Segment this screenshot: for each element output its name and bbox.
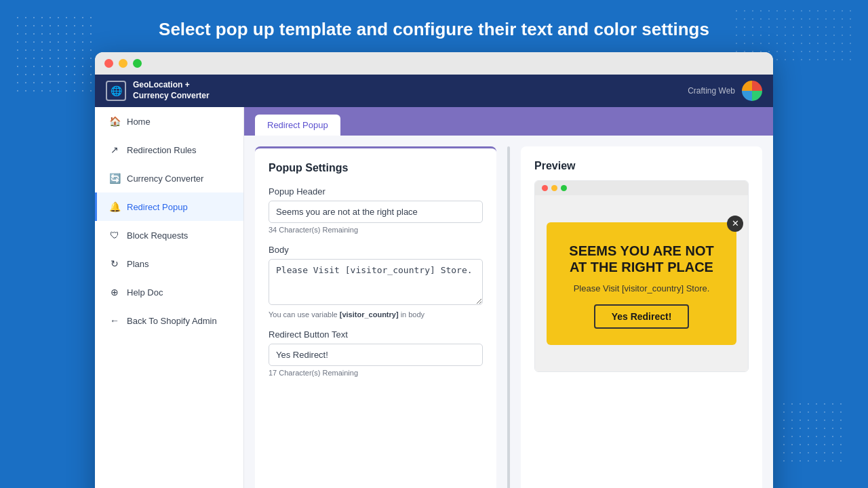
sidebar-label-redirection: Redirection Rules [127,145,197,155]
app-header: 🌐 GeoLocation + Currency Converter Craft… [95,75,773,107]
mini-dot-close [542,185,548,191]
sidebar-item-redirection-rules[interactable]: ↗ Redirection Rules [95,136,243,164]
popup-body-field: Body You can use variable [visitor_count… [269,245,483,319]
bell-icon: 🔔 [109,201,120,212]
sidebar-item-block-requests[interactable]: 🛡 Block Requests [95,221,243,249]
popup-heading: SEEMS YOU ARE NOT AT THE RIGHT PLACE [563,243,720,275]
sidebar: 🏠 Home ↗ Redirection Rules 🔄 Currency Co… [95,107,244,488]
mini-browser-chrome [535,181,748,195]
shield-icon: 🛡 [109,230,120,241]
main-content: 🏠 Home ↗ Redirection Rules 🔄 Currency Co… [95,107,773,488]
browser-chrome [95,52,773,75]
plans-icon: ↻ [109,258,120,269]
mini-browser: ✕ SEEMS YOU ARE NOT AT THE RIGHT PLACE P… [534,180,749,372]
app-logo-icon: 🌐 [106,81,126,101]
sidebar-item-redirect-popup[interactable]: 🔔 Redirect Popup [95,192,243,221]
redirect-button-input[interactable] [269,344,483,366]
sidebar-label-popup: Redirect Popup [127,202,188,212]
popup-card: ✕ SEEMS YOU ARE NOT AT THE RIGHT PLACE P… [547,222,736,345]
sidebar-label-plans: Plans [127,259,149,269]
panels-container: Popup Settings Popup Header 34 Character… [244,136,773,488]
sidebar-item-plans[interactable]: ↻ Plans [95,249,243,278]
mini-dot-maximize [561,185,567,191]
currency-icon: 🔄 [109,173,120,184]
popup-body-label: Body [269,245,483,255]
redirect-button-label: Redirect Button Text [269,329,483,340]
browser-window: 🌐 GeoLocation + Currency Converter Craft… [95,52,773,488]
header-link[interactable]: Crafting Web [688,86,735,96]
popup-header-hint: 34 Character(s) Remaining [269,226,483,234]
preview-panel-title: Preview [534,160,749,172]
sidebar-item-home[interactable]: 🏠 Home [95,107,243,136]
header-avatar [742,81,762,101]
popup-area: ✕ SEEMS YOU ARE NOT AT THE RIGHT PLACE P… [535,195,748,371]
sidebar-label-back: Back To Shopify Admin [127,316,217,326]
page-area: Redirect Popup Popup Settings Popup Head… [244,107,773,488]
app-header-right: Crafting Web [688,81,762,101]
home-icon: 🏠 [109,116,120,127]
app-logo: 🌐 GeoLocation + Currency Converter [106,80,210,101]
popup-body-preview: Please Visit [visitor_country] Store. [563,283,720,293]
tab-redirect-popup[interactable]: Redirect Popup [255,115,340,136]
popup-header-field: Popup Header 34 Character(s) Remaining [269,186,483,234]
popup-header-input[interactable] [269,201,483,223]
redirect-button-field: Redirect Button Text 17 Character(s) Rem… [269,329,483,377]
popup-header-label: Popup Header [269,186,483,197]
sidebar-item-currency-converter[interactable]: 🔄 Currency Converter [95,164,243,192]
tab-bar: Redirect Popup [244,107,773,136]
sidebar-item-back-shopify[interactable]: ← Back To Shopify Admin [95,306,243,335]
settings-panel: Popup Settings Popup Header 34 Character… [255,146,496,488]
preview-panel: Preview ✕ SEEMS YOU ARE NOT [521,146,762,488]
back-icon: ← [109,315,120,326]
sidebar-label-block: Block Requests [127,230,188,241]
sidebar-label-home: Home [127,117,151,127]
browser-dot-minimize[interactable] [119,59,127,68]
redirect-icon: ↗ [109,144,120,155]
app-logo-text: GeoLocation + Currency Converter [133,80,210,101]
popup-redirect-button[interactable]: Yes Redirect! [594,304,690,329]
browser-dot-close[interactable] [104,59,113,68]
sidebar-label-currency: Currency Converter [127,174,203,184]
sidebar-label-help: Help Doc [127,287,163,298]
sidebar-item-help-doc[interactable]: ⊕ Help Doc [95,278,243,306]
page-heading: Select pop up template and configure the… [0,0,868,52]
mini-dot-minimize [551,185,557,191]
browser-dot-maximize[interactable] [133,59,142,68]
help-icon: ⊕ [109,287,120,298]
popup-close-button[interactable]: ✕ [727,216,743,232]
panel-divider [507,146,510,488]
settings-panel-title: Popup Settings [269,162,483,174]
popup-body-hint: You can use variable [visitor_country] i… [269,310,483,319]
popup-body-input[interactable] [269,259,483,305]
redirect-button-hint: 17 Character(s) Remaining [269,369,483,377]
bg-decoration-br [780,400,848,468]
